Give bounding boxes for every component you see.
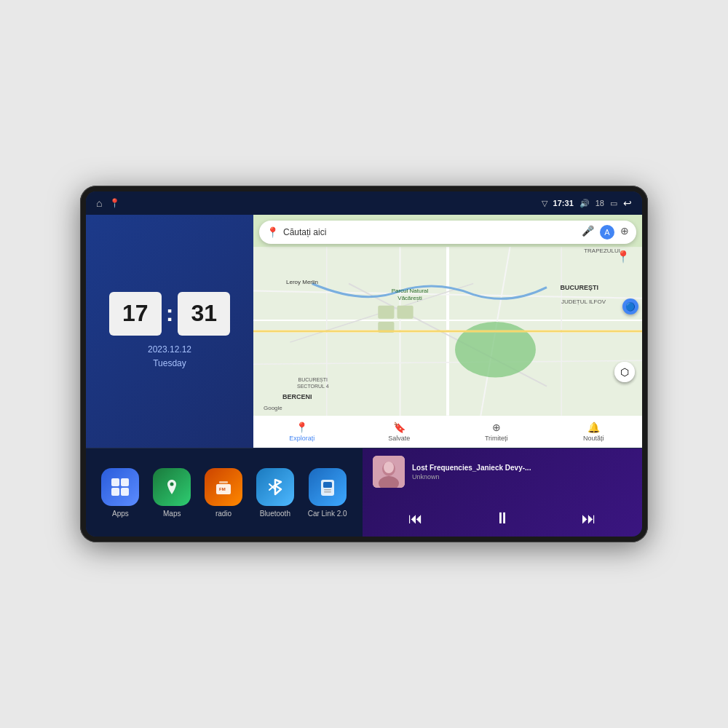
app-icon-bluetooth[interactable]: Bluetooth <box>256 468 294 518</box>
clock-display: 17 : 31 <box>109 292 231 336</box>
share-icon: ⊕ <box>492 422 501 433</box>
music-player: Lost Frequencies_Janieck Devy-... Unknow… <box>363 448 642 537</box>
bluetooth-label: Bluetooth <box>260 510 290 518</box>
svg-rect-26 <box>323 482 332 488</box>
main-area: 17 : 31 2023.12.12 Tuesday <box>86 215 642 537</box>
apps-label: Apps <box>112 510 129 518</box>
map-search-bar[interactable]: 📍 Căutați aici 🎤 A ⊕ <box>259 221 636 244</box>
svg-rect-28 <box>324 491 331 493</box>
app-icon-maps[interactable]: Maps <box>153 468 191 518</box>
music-artist: Unknown <box>412 473 632 480</box>
clock-date: 2023.12.12 Tuesday <box>148 343 191 371</box>
map-label-google: Google <box>264 405 282 411</box>
app-icon-radio[interactable]: FM radio <box>205 468 242 518</box>
map-label-leroy: Leroy Merlin <box>286 279 318 285</box>
clock-minutes: 31 <box>178 292 230 336</box>
signal-icon: ▽ <box>542 199 547 208</box>
news-icon: 🔔 <box>587 422 600 433</box>
status-bar: ⌂ 📍 ▽ 17:31 🔊 18 ▭ ↩ <box>86 191 642 215</box>
svg-rect-27 <box>324 489 331 491</box>
music-info: Lost Frequencies_Janieck Devy-... Unknow… <box>373 456 632 488</box>
app-icon-carlink[interactable]: Car Link 2.0 <box>308 468 347 518</box>
battery-level: 18 <box>596 199 604 207</box>
svg-rect-19 <box>111 488 119 496</box>
maps-icon-box <box>153 468 191 506</box>
map-nav-explore[interactable]: 📍 Explorați <box>253 416 351 448</box>
explore-icon: 📍 <box>296 422 308 433</box>
radio-icon-box: FM <box>205 468 242 506</box>
battery-icon: ▭ <box>610 199 617 208</box>
svg-rect-17 <box>111 478 119 486</box>
top-row: 17 : 31 2023.12.12 Tuesday <box>86 215 642 448</box>
layers-icon[interactable]: ⊕ <box>620 225 629 240</box>
svg-text:FM: FM <box>219 487 226 491</box>
status-left: ⌂ 📍 <box>96 197 120 209</box>
play-pause-button[interactable]: ⏸ <box>494 510 510 526</box>
carlink-icon-box <box>309 468 347 506</box>
home-icon[interactable]: ⌂ <box>96 197 102 209</box>
bottom-row: Apps Maps <box>86 448 642 537</box>
time-display: 17:31 <box>553 199 574 207</box>
clock-hours: 17 <box>109 292 162 336</box>
svg-rect-20 <box>121 488 129 496</box>
map-location-pin: 🔵 <box>622 298 638 314</box>
maps-label: Maps <box>163 510 181 518</box>
map-search-actions: 🎤 A ⊕ <box>582 225 629 240</box>
map-compass-button[interactable]: ⬡ <box>614 362 635 382</box>
music-album-art <box>373 456 405 488</box>
music-controls: ⏮ ⏸ ⏭ <box>373 507 632 529</box>
apps-icon-box <box>101 468 139 506</box>
svg-rect-24 <box>219 481 228 483</box>
svg-point-21 <box>170 482 174 486</box>
app-icons-section: Apps Maps <box>86 448 363 537</box>
map-pin-icon: 📍 <box>266 226 279 238</box>
back-icon[interactable]: ↩ <box>623 197 632 209</box>
map-nav-share[interactable]: ⊕ Trimiteți <box>448 416 545 448</box>
map-search-text: Căutați aici <box>283 227 326 237</box>
carlink-label: Car Link 2.0 <box>308 510 347 518</box>
saved-icon: 🔖 <box>393 422 405 433</box>
map-bottom-nav: 📍 Explorați 🔖 Salvate ⊕ Trimiteți 🔔 <box>253 416 642 448</box>
app-icon-apps[interactable]: Apps <box>101 468 139 518</box>
next-button[interactable]: ⏭ <box>582 511 596 526</box>
map-red-pin: 📍 <box>616 250 630 264</box>
map-label-ilfov: JUDEȚUL ILFOV <box>561 298 606 305</box>
volume-icon: 🔊 <box>579 199 590 208</box>
map-label-berceni: BERCENI <box>282 393 312 400</box>
maps-status-icon: 📍 <box>109 198 120 208</box>
status-right: ▽ 17:31 🔊 18 ▭ ↩ <box>542 197 632 209</box>
map-widget[interactable]: 📍 Căutați aici 🎤 A ⊕ BUCUREȘTI JUDEȚUL I… <box>253 215 642 448</box>
svg-rect-18 <box>121 478 129 486</box>
clock-colon: : <box>166 300 174 327</box>
account-icon[interactable]: A <box>600 225 614 240</box>
mic-icon[interactable]: 🎤 <box>582 225 594 240</box>
music-title: Lost Frequencies_Janieck Devy-... <box>412 464 632 472</box>
svg-point-32 <box>384 462 394 473</box>
map-label-sector4: BUCUREȘTISECTORUL 4 <box>297 376 329 389</box>
device-screen: ⌂ 📍 ▽ 17:31 🔊 18 ▭ ↩ 17 : <box>86 191 642 537</box>
map-label-parc: Parcul Natural Văcărești <box>384 288 435 301</box>
map-nav-saved[interactable]: 🔖 Salvate <box>351 416 448 448</box>
music-text: Lost Frequencies_Janieck Devy-... Unknow… <box>412 464 632 480</box>
map-label-trapezului: TRAPEZULUI <box>584 248 620 254</box>
device-frame: ⌂ 📍 ▽ 17:31 🔊 18 ▭ ↩ 17 : <box>80 186 648 542</box>
map-nav-news[interactable]: 🔔 Noutăți <box>545 416 643 448</box>
svg-rect-13 <box>378 306 394 319</box>
clock-widget: 17 : 31 2023.12.12 Tuesday <box>86 215 253 448</box>
svg-point-12 <box>455 322 536 378</box>
map-label-bucuresti: BUCUREȘTI <box>560 284 598 291</box>
bluetooth-icon-box <box>256 468 294 506</box>
radio-label: radio <box>215 510 232 518</box>
prev-button[interactable]: ⏮ <box>408 511 423 526</box>
svg-rect-14 <box>397 306 413 319</box>
